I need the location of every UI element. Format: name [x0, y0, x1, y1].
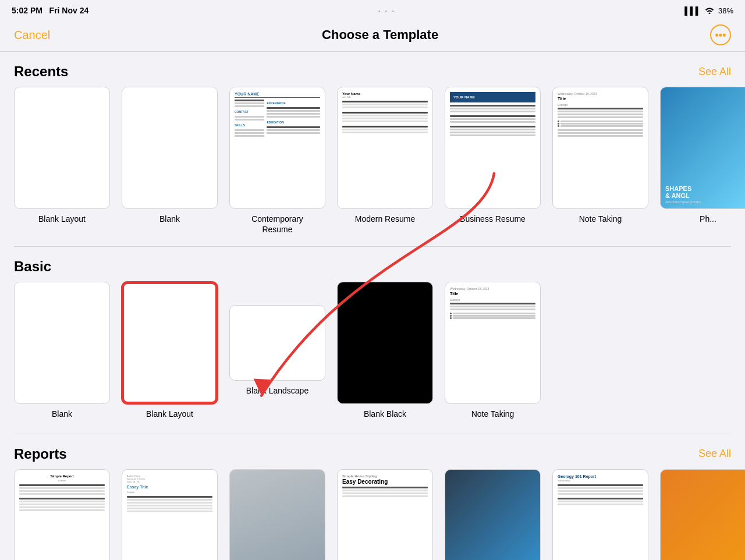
template-thumb-note-recent: Wednesday, October 18, 2023 Title Excerp… — [552, 87, 648, 209]
template-thumb-blank-basic — [14, 282, 110, 404]
template-thumb-home: Simple Home Styling Easy Decorating — [337, 469, 433, 560]
nav-bar: Cancel Choose a Template ••• — [0, 21, 745, 51]
template-item-simple-report[interactable]: Simple Report Subtitle Simple — [14, 469, 110, 560]
cancel-button[interactable]: Cancel — [14, 29, 50, 42]
template-label-modern: Modern Resume — [355, 214, 416, 224]
template-content: Recents See All Blank Layout Blank YOUR … — [0, 52, 745, 560]
template-thumb-business: YOUR NAME — [445, 87, 541, 209]
template-item-voyage[interactable]: A Voyage to... Subtitle A Voyage to... — [660, 469, 745, 560]
template-thumb-blank-landscape — [229, 305, 325, 381]
template-item-blank-basic[interactable]: Blank — [14, 282, 110, 419]
template-thumb-contemporary: YOUR NAME CONTACT SKILLS — [229, 87, 325, 209]
template-thumb-photo-report: Photo Report Subtitle — [445, 469, 541, 560]
template-thumb-modern: Your Name Job Title — [337, 87, 433, 209]
template-thumb-voyage: A Voyage to... Subtitle — [660, 469, 745, 560]
template-label-blank-layout-basic: Blank Layout — [146, 409, 193, 419]
battery-icon: 38% — [718, 6, 733, 15]
template-label-business: Business Resume — [460, 214, 526, 224]
signal-icon: ▌▌▌ — [684, 6, 701, 15]
template-thumb-geology: Geology 101 Report Subheading — [552, 469, 648, 560]
more-options-button[interactable]: ••• — [710, 24, 731, 45]
template-label-note-recent: Note Taking — [579, 214, 622, 224]
template-label-contemporary: ContemporaryResume — [251, 214, 303, 235]
template-label-blank-basic: Blank — [52, 409, 72, 419]
recents-template-row: Blank Layout Blank YOUR NAME CONTACT — [14, 87, 731, 244]
template-item-blank-landscape[interactable]: Blank Landscape — [229, 282, 325, 419]
template-label-photo: Ph... — [700, 214, 716, 224]
reports-title: Reports — [14, 446, 67, 462]
template-item-home[interactable]: Simple Home Styling Easy Decorating Easy… — [337, 469, 433, 560]
template-thumb-blank-recent — [122, 87, 218, 209]
reports-section-header: Reports See All — [14, 434, 731, 469]
template-label-blank-layout-recent: Blank Layout — [38, 214, 86, 224]
template-thumb-organic: ORGANIC FORMSIN ARCHITECTURE — [229, 469, 325, 560]
reports-see-all[interactable]: See All — [698, 448, 731, 460]
template-item-organic[interactable]: ORGANIC FORMSIN ARCHITECTURE Organic For… — [229, 469, 325, 560]
template-thumb-essay: Author NameInstructor's NameJune 28, 20.… — [122, 469, 218, 560]
template-thumb-note-basic: Wednesday, October 18, 2023 Title Excerp… — [445, 282, 541, 404]
page-title: Choose a Template — [322, 27, 438, 42]
template-item-business[interactable]: YOUR NAME Busin — [445, 87, 541, 235]
template-label-note-basic: Note Taking — [471, 409, 515, 419]
wifi-icon — [704, 6, 715, 16]
status-icons: ▌▌▌ 38% — [684, 6, 733, 16]
template-item-geology[interactable]: Geology 101 Report Subheading Geology 10… — [552, 469, 648, 560]
template-item-essay[interactable]: Author NameInstructor's NameJune 28, 20.… — [122, 469, 218, 560]
template-item-blank-black[interactable]: Blank Black — [337, 282, 433, 419]
template-item-note-basic[interactable]: Wednesday, October 18, 2023 Title Excerp… — [445, 282, 541, 419]
template-item-photo[interactable]: SHAPES& ANGL ARCHITECTURAL PHOTO... Ph..… — [660, 87, 745, 235]
template-thumb-photo: SHAPES& ANGL ARCHITECTURAL PHOTO... — [660, 87, 745, 209]
template-thumb-blank-layout-basic — [122, 282, 218, 404]
template-item-photo-report[interactable]: Photo Report Subtitle Photo Report — [445, 469, 541, 560]
template-item-blank-layout-recent[interactable]: Blank Layout — [14, 87, 110, 235]
template-item-blank-recent[interactable]: Blank — [122, 87, 218, 235]
recents-see-all[interactable]: See All — [698, 66, 731, 78]
basic-template-row: Blank Blank Layout Blank Landscape Blank… — [14, 282, 731, 431]
template-item-note-recent[interactable]: Wednesday, October 18, 2023 Title Excerp… — [552, 87, 648, 235]
template-label-blank-landscape: Blank Landscape — [246, 385, 308, 396]
template-item-contemporary[interactable]: YOUR NAME CONTACT SKILLS — [229, 87, 325, 235]
status-bar: 5:02 PM Fri Nov 24 · · · ▌▌▌ 38% — [0, 0, 745, 21]
template-label-blank-recent: Blank — [159, 214, 180, 224]
basic-title: Basic — [14, 258, 51, 275]
template-thumb-blank-layout-recent — [14, 87, 110, 209]
template-item-modern[interactable]: Your Name Job Title — [337, 87, 433, 235]
status-time-date: 5:02 PM Fri Nov 24 — [12, 6, 88, 15]
recents-section-header: Recents See All — [14, 52, 731, 87]
status-dots: · · · — [378, 6, 395, 15]
reports-template-row: Simple Report Subtitle Simple — [14, 469, 731, 560]
recents-title: Recents — [14, 63, 68, 80]
basic-section-header: Basic — [14, 247, 731, 282]
template-item-blank-layout-basic[interactable]: Blank Layout — [122, 282, 218, 419]
template-label-blank-black: Blank Black — [364, 409, 406, 419]
template-thumb-simple-report: Simple Report Subtitle — [14, 469, 110, 560]
template-thumb-blank-black — [337, 282, 433, 404]
